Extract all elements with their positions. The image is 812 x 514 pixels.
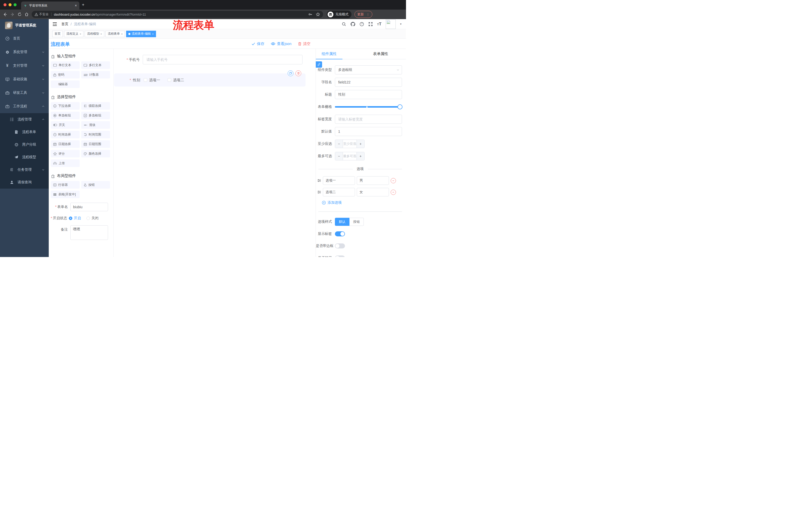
component-color-picker[interactable]: 颜色选择 bbox=[81, 150, 110, 157]
increase-button[interactable]: + bbox=[357, 140, 364, 148]
gender-option-1[interactable]: 选项一 bbox=[144, 78, 160, 82]
sidebar-item-task-management[interactable]: 任务管理 bbox=[0, 163, 49, 176]
bookmark-star-icon[interactable] bbox=[316, 12, 320, 17]
status-on-radio[interactable]: 开启 bbox=[69, 216, 81, 220]
back-icon[interactable] bbox=[3, 12, 7, 17]
sidebar-item-user-groups[interactable]: 用户分组 bbox=[0, 138, 49, 151]
sidebar-collapse-icon[interactable] bbox=[52, 22, 57, 27]
address-bar[interactable]: 不安全 dashboard.yudao.iocoder.cn/bpm/manag… bbox=[32, 11, 323, 18]
component-single-line-text[interactable]: 单行文本 bbox=[51, 61, 80, 69]
component-date-range[interactable]: 日期范围 bbox=[81, 140, 110, 148]
component-date-picker[interactable]: 日期选择 bbox=[51, 140, 80, 148]
component-switch[interactable]: 开关 bbox=[51, 121, 80, 129]
tag-close-icon[interactable]: × bbox=[152, 32, 153, 35]
component-multi-line-text[interactable]: 多行文本 bbox=[81, 61, 110, 69]
forward-icon[interactable] bbox=[10, 12, 14, 17]
fullscreen-icon[interactable] bbox=[368, 22, 373, 26]
key-icon[interactable] bbox=[308, 12, 312, 16]
border-switch[interactable] bbox=[335, 243, 345, 248]
phone-field-input[interactable] bbox=[143, 55, 302, 64]
tag-process-form[interactable]: 流程表单× bbox=[106, 31, 125, 37]
chrome-update-button[interactable]: 更新 ⋮ bbox=[354, 11, 372, 18]
max-select-value[interactable]: 最多可选 bbox=[343, 152, 357, 160]
default-value-input[interactable] bbox=[335, 127, 402, 136]
style-button-button[interactable]: 按钮 bbox=[349, 218, 364, 226]
tag-close-icon[interactable]: × bbox=[121, 32, 123, 35]
sidebar-item-home[interactable]: 首页 bbox=[0, 32, 49, 45]
search-icon[interactable] bbox=[342, 22, 346, 26]
component-radio-group[interactable]: 单选框组 bbox=[51, 112, 80, 119]
component-select[interactable]: 下拉选择 bbox=[51, 102, 80, 110]
option-label-input[interactable] bbox=[323, 188, 355, 196]
tag-process-form-edit[interactable]: 流程表单-编辑× bbox=[126, 31, 156, 37]
option-value-input[interactable] bbox=[357, 188, 389, 196]
font-size-icon[interactable]: TT bbox=[377, 22, 381, 27]
checkbox-icon[interactable] bbox=[144, 78, 147, 82]
component-password[interactable]: 密码 bbox=[51, 71, 80, 78]
decrease-button[interactable]: − bbox=[335, 152, 343, 160]
help-icon[interactable]: ? bbox=[359, 22, 364, 26]
component-type-select[interactable] bbox=[335, 65, 402, 75]
sidebar-item-workflow[interactable]: 工作流程 bbox=[0, 100, 49, 113]
component-checkbox-group[interactable]: 多选框组 bbox=[81, 112, 110, 119]
macos-minimize-button[interactable] bbox=[8, 3, 11, 6]
sidebar-item-process-management[interactable]: 流程管理 bbox=[0, 113, 49, 126]
app-logo[interactable]: 芋道管理系统 bbox=[0, 19, 49, 32]
tag-process-definition[interactable]: 流程定义× bbox=[64, 31, 83, 37]
sidebar-item-payment[interactable]: ¥ 支付管理 bbox=[0, 59, 49, 73]
phone-field-row[interactable]: *手机号 bbox=[114, 55, 302, 64]
tag-close-icon[interactable]: × bbox=[100, 32, 102, 35]
gender-option-2[interactable]: 选项二 bbox=[168, 78, 184, 82]
min-select-value[interactable]: 至少应选 bbox=[343, 140, 357, 148]
component-time-range[interactable]: 时间范围 bbox=[81, 131, 110, 138]
copy-component-button[interactable] bbox=[288, 71, 293, 76]
component-editor[interactable]: 编辑器 bbox=[51, 80, 80, 88]
github-icon[interactable] bbox=[350, 22, 355, 26]
add-option-button[interactable]: 添加选项 bbox=[322, 200, 402, 205]
decrease-button[interactable]: − bbox=[335, 140, 343, 148]
save-button[interactable]: 保存 bbox=[252, 42, 264, 46]
status-off-radio[interactable]: 关闭 bbox=[86, 216, 98, 220]
form-canvas[interactable]: *手机号 * 性别 选项一 选项二 bbox=[114, 49, 316, 257]
show-label-switch[interactable] bbox=[335, 231, 345, 236]
sidebar-item-process-form[interactable]: 流程表单 bbox=[0, 126, 49, 138]
security-warning-icon[interactable]: 不安全 bbox=[35, 12, 49, 17]
component-counter[interactable]: 123计数器 bbox=[81, 71, 110, 78]
component-button[interactable]: 按钮 bbox=[81, 181, 110, 189]
slider-track[interactable] bbox=[335, 106, 402, 108]
component-row-container[interactable]: 行容器 bbox=[51, 181, 80, 189]
sidebar-item-devtools[interactable]: 研发工具 bbox=[0, 86, 49, 100]
remove-option-button[interactable] bbox=[391, 190, 396, 195]
sidebar-item-infrastructure[interactable]: 基础设施 bbox=[0, 73, 49, 86]
title-input[interactable] bbox=[335, 90, 402, 99]
component-rate[interactable]: 评分 bbox=[51, 150, 80, 157]
link-chain-button[interactable] bbox=[316, 61, 322, 67]
sidebar-item-system[interactable]: 系统管理 bbox=[0, 45, 49, 59]
avatar[interactable] bbox=[386, 19, 396, 29]
delete-component-button[interactable] bbox=[295, 71, 301, 76]
field-name-input[interactable] bbox=[335, 78, 402, 87]
form-grid-slider[interactable] bbox=[335, 102, 402, 111]
style-default-button[interactable]: 默认 bbox=[335, 218, 349, 226]
increase-button[interactable]: + bbox=[357, 152, 364, 160]
browser-tab[interactable]: 芋道管理系统 × bbox=[21, 1, 79, 9]
tab-component-props[interactable]: 组件属性 bbox=[316, 49, 343, 59]
drag-handle-icon[interactable] bbox=[317, 190, 321, 194]
breadcrumb-home[interactable]: 首页 bbox=[61, 22, 68, 26]
reload-icon[interactable] bbox=[18, 12, 22, 16]
sidebar-item-process-model[interactable]: 流程模型 bbox=[0, 151, 49, 163]
component-cascader[interactable]: 级联选择 bbox=[81, 102, 110, 110]
form-name-input[interactable] bbox=[70, 203, 108, 211]
form-remark-textarea[interactable]: 嘿嘿 bbox=[70, 225, 108, 240]
disabled-switch[interactable] bbox=[335, 255, 345, 257]
option-label-input[interactable] bbox=[323, 176, 355, 185]
drag-handle-icon[interactable] bbox=[317, 179, 321, 182]
label-width-input[interactable] bbox=[335, 115, 402, 124]
option-value-input[interactable] bbox=[357, 176, 389, 185]
selected-gender-component[interactable]: * 性别 选项一 选项二 bbox=[114, 74, 306, 86]
remove-option-button[interactable] bbox=[391, 178, 396, 183]
tag-home[interactable]: 首页 bbox=[52, 31, 63, 37]
chrome-menu-icon[interactable]: ⋮ bbox=[366, 14, 370, 15]
tag-process-model[interactable]: 流程模型× bbox=[85, 31, 104, 37]
checkbox-icon[interactable] bbox=[168, 78, 171, 82]
